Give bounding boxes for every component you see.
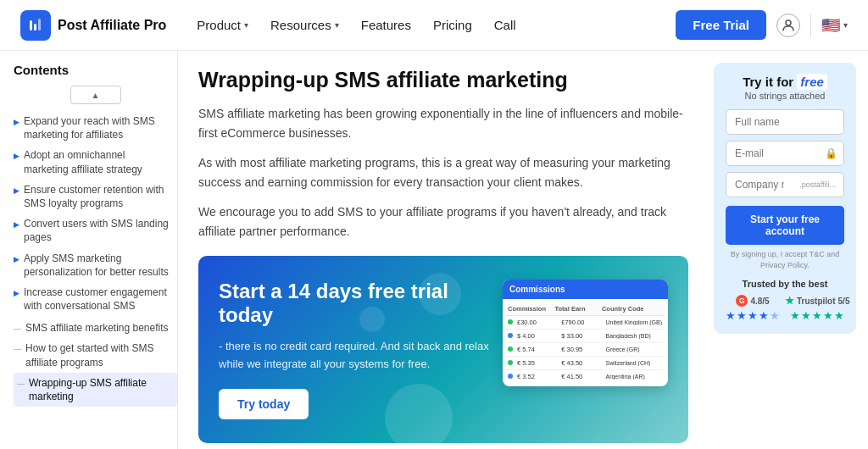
sidebar-item[interactable]: ▶ Increase customer engagement with conv… [14,282,177,316]
sidebar-item[interactable]: ▶ Expand your reach with SMS marketing f… [14,111,177,145]
svg-rect-0 [30,20,32,30]
g2-stars: ★ ★ ★ ★ ★ [726,309,780,322]
sidebar-item-label: SMS affiliate marketing benefits [25,321,169,335]
g2-rating: G 4.8/5 ★ ★ ★ ★ ★ [726,295,780,322]
svg-rect-2 [38,19,41,30]
ratings-row: G 4.8/5 ★ ★ ★ ★ ★ ★ Trustpilot [726,295,844,322]
sidebar-item[interactable]: ▶ Ensure customer retention with SMS loy… [14,180,177,213]
screenshot-header: Commissions [503,280,668,299]
trusted-label: Trusted by the best [726,279,844,289]
table-row: $ 4.00 $ 33.00 Bangladesh (BD) [506,330,665,343]
nav-right: Free Trial 🇺🇸 ▾ [676,10,848,40]
free-trial-button[interactable]: Free Trial [676,10,766,40]
sidebar-item-label: Expand your reach with SMS marketing for… [24,114,172,141]
sidebar-item-active[interactable]: — Wrapping-up SMS affiliate marketing [14,373,177,407]
call-label: Call [494,18,516,32]
right-panel: Try it for free No strings attached 🔒 .p… [709,51,868,449]
sidebar-scroll-up[interactable]: ▲ [14,86,177,104]
table-header-row: Commission Total Earn Country Code [506,302,665,316]
nav-divider [810,14,811,37]
table-row: € 5.35 € 43.50 Switzerland (CH) [506,357,665,370]
lock-icon: 🔒 [825,147,837,159]
product-label: Product [197,18,241,32]
arrow-icon: ▶ [14,219,19,230]
nav-link-call[interactable]: Call [484,11,526,39]
cell-commission: € 3.52 [517,373,558,380]
trustpilot-logo: ★ Trustpilot 5/5 [785,295,849,307]
start-account-button[interactable]: Start your free account [726,206,844,245]
col-country: Country Code [602,305,663,313]
sidebar-item-label: Wrapping-up SMS affiliate marketing [29,376,172,403]
arrow-icon: ▶ [14,254,19,264]
flag-chevron-icon: ▾ [843,20,848,30]
page-body: Contents ▲ ▶ Expand your reach with SMS … [0,51,868,449]
nav-logo[interactable]: Post Affiliate Pro [20,10,166,41]
g2-logo: G 4.8/5 [726,295,780,307]
nav-flag-selector[interactable]: 🇺🇸 ▾ [821,16,848,35]
cell-earn: € 43.50 [561,359,602,367]
nav-link-product[interactable]: Product ▾ [186,11,259,39]
trustpilot-stars: ★ ★ ★ ★ ★ [785,309,849,322]
cta-title: Start a 14 days free trial today [219,280,489,329]
try-today-button[interactable]: Try today [219,389,309,419]
features-label: Features [361,18,411,32]
sidebar-item[interactable]: ▶ Adopt an omnichannel marketing affilia… [14,145,177,179]
try-card-title: Try it for free [726,75,844,89]
sidebar-item[interactable]: ▶ Convert users with SMS landing pages [14,213,177,247]
cell-earn: $ 33.00 [561,332,602,340]
scroll-up-button[interactable]: ▲ [70,86,121,104]
nav-link-pricing[interactable]: Pricing [423,11,482,39]
cell-country: Bangladesh (BD) [605,333,663,339]
cta-banner: Start a 14 days free trial today - there… [198,256,688,443]
sidebar-item[interactable]: ▶ Apply SMS marketing personalization fo… [14,248,177,282]
trustpilot-label: Trustpilot [797,297,836,306]
cell-earn: € 41.50 [561,373,602,380]
cell-country: United Kingdom (GB) [605,319,663,325]
product-chevron-icon: ▾ [244,20,248,30]
cell-earn: £790.00 [561,319,602,326]
email-field-wrap: 🔒 [726,141,844,166]
flag-icon: 🇺🇸 [821,16,840,35]
arrow-icon: ▶ [14,117,19,127]
title-free: free [797,74,827,90]
sidebar-item-label: Ensure customer retention with SMS loyal… [24,183,172,210]
nav-link-features[interactable]: Features [351,11,421,39]
sidebar: Contents ▲ ▶ Expand your reach with SMS … [0,51,178,449]
sidebar-item-label: Apply SMS marketing personalization for … [24,252,172,279]
cell-commission: € 5.74 [517,346,558,353]
paragraph-3: We encourage you to add SMS to your affi… [198,202,688,241]
cell-earn: € 30.95 [561,346,602,353]
full-name-input[interactable] [726,109,844,135]
try-card-subtitle: No strings attached [726,91,844,101]
arrow-icon: ▶ [14,186,19,196]
user-icon[interactable] [776,14,800,37]
cta-subtitle: - there is no credit card required. And … [219,338,489,374]
paragraph-2: As with most affiliate marketing program… [198,153,688,192]
sidebar-item-label: Adopt an omnichannel marketing affiliate… [24,148,172,175]
form-disclaimer: By signing up, I accept T&C and Privacy … [726,249,844,270]
cell-country: Switzerland (CH) [605,360,663,366]
col-commission: Commission [508,305,551,313]
nav-link-resources[interactable]: Resources ▾ [260,11,349,39]
cell-commission: $ 4.00 [517,332,558,340]
company-hint: .postaffili... [798,180,837,189]
table-row: € 5.74 € 30.95 Greece (GR) [506,343,665,357]
svg-point-3 [786,20,791,25]
nav-links: Product ▾ Resources ▾ Features Pricing C… [186,11,526,39]
svg-rect-1 [34,24,36,30]
arrow-icon: ▶ [14,288,19,298]
cell-commission: € 5.35 [517,359,558,367]
sidebar-item[interactable]: — SMS affiliate marketing benefits [14,318,177,338]
sidebar-item-label: How to get started with SMS affiliate pr… [25,341,172,369]
sidebar-item[interactable]: — How to get started with SMS affiliate … [14,338,177,372]
dash-icon: — [14,324,21,334]
resources-label: Resources [270,18,331,32]
cell-commission: £30.00 [517,319,558,326]
arrow-icon: ▶ [14,151,19,161]
try-card: Try it for free No strings attached 🔒 .p… [714,63,856,334]
cta-screenshot-mockup: Commissions Commission Total Earn Countr… [503,280,668,386]
paragraph-1: SMS affiliate marketing has been growing… [198,104,688,143]
sidebar-item-label: Convert users with SMS landing pages [24,217,172,244]
sidebar-title: Contents [14,63,177,77]
page-title: Wrapping-up SMS affiliate marketing [198,68,688,92]
